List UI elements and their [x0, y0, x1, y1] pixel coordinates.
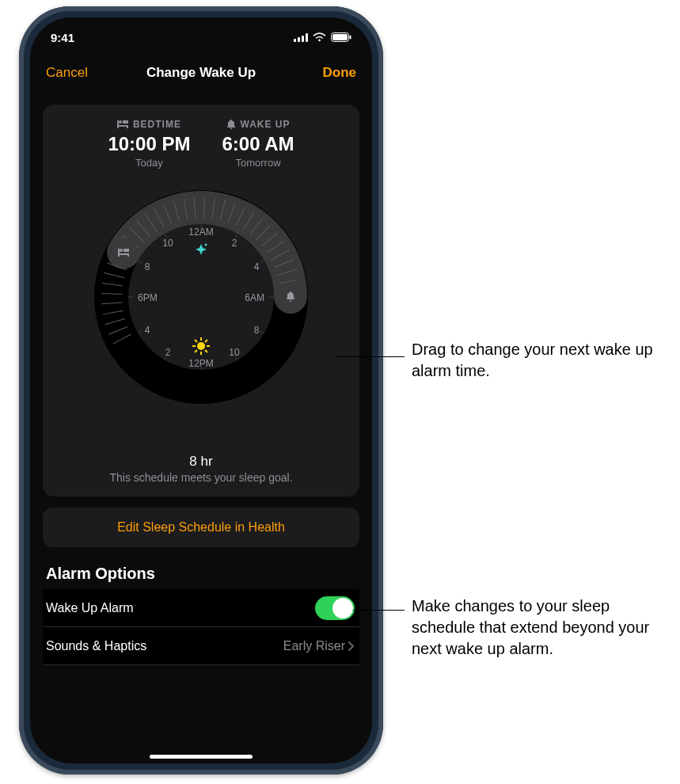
svg-point-54: [197, 342, 205, 350]
wakeup-label: WAKE UP: [241, 119, 291, 130]
wake-up-alarm-row: Wake Up Alarm: [43, 589, 359, 627]
schedule-card: BEDTIME 10:00 PM Today WAKE UP 6:00 AM T…: [43, 105, 359, 497]
alarm-options-header: Alarm Options: [46, 565, 356, 583]
wakeup-block: WAKE UP 6:00 AM Tomorrow: [222, 119, 294, 169]
svg-text:6PM: 6PM: [138, 292, 158, 303]
svg-text:2: 2: [232, 238, 237, 249]
svg-text:8: 8: [254, 325, 260, 336]
sun-icon: [192, 337, 210, 355]
edit-sleep-health-button[interactable]: Edit Sleep Schedule in Health: [43, 508, 359, 547]
callout-2: Make changes to your sleep schedule that…: [412, 596, 665, 660]
svg-text:2: 2: [165, 347, 171, 358]
sounds-haptics-label: Sounds & Haptics: [46, 639, 146, 653]
bedtime-time: 10:00 PM: [108, 133, 190, 155]
goal-subtext: This schedule meets your sleep goal.: [54, 471, 348, 484]
battery-icon: [331, 32, 351, 42]
svg-rect-2: [350, 36, 351, 40]
wakeup-day: Tomorrow: [222, 157, 294, 169]
sounds-haptics-value: Early Riser: [283, 639, 345, 653]
status-bar: 9:41: [30, 17, 372, 52]
svg-point-39: [109, 238, 138, 267]
sleep-dial[interactable]: 12AM 6AM 12PM 6PM 2 4 8 10 2 4 8 10: [82, 178, 320, 416]
edit-sleep-health-label: Edit Sleep Schedule in Health: [117, 520, 285, 535]
bedtime-handle: [109, 238, 138, 267]
nav-bar: Cancel Change Wake Up Done: [30, 52, 372, 93]
cancel-button[interactable]: Cancel: [46, 65, 101, 81]
screen: 9:41 Cancel Change Wake Up Done: [30, 17, 372, 763]
svg-rect-1: [332, 34, 348, 40]
iphone-frame: 9:41 Cancel Change Wake Up Done: [19, 6, 383, 774]
svg-text:6AM: 6AM: [245, 292, 264, 303]
sounds-haptics-row[interactable]: Sounds & Haptics Early Riser: [43, 627, 359, 665]
svg-text:10: 10: [229, 347, 240, 358]
home-indicator[interactable]: [150, 755, 253, 759]
bed-icon: [117, 120, 128, 128]
wakeup-handle: [276, 283, 305, 311]
svg-text:8: 8: [145, 261, 150, 272]
goal-hours: 8 hr: [54, 454, 348, 470]
svg-text:4: 4: [254, 261, 260, 272]
wake-up-alarm-label: Wake Up Alarm: [46, 601, 134, 615]
svg-text:10: 10: [162, 238, 173, 249]
goal-block: 8 hr This schedule meets your sleep goal…: [54, 454, 348, 484]
bedtime-label: BEDTIME: [133, 119, 181, 130]
wakeup-time: 6:00 AM: [222, 133, 294, 155]
callout-1: Drag to change your next wake up alarm t…: [412, 339, 665, 382]
callout-leader-2: [353, 610, 405, 611]
wake-up-alarm-toggle[interactable]: [315, 596, 355, 620]
chevron-right-icon: [348, 641, 355, 651]
status-time: 9:41: [51, 31, 74, 44]
bedtime-day: Today: [108, 157, 190, 169]
nav-title: Change Wake Up: [146, 65, 256, 81]
svg-text:4: 4: [145, 325, 150, 336]
wifi-icon: [313, 32, 326, 42]
svg-point-53: [205, 244, 207, 246]
bell-icon: [226, 120, 236, 129]
time-header: BEDTIME 10:00 PM Today WAKE UP 6:00 AM T…: [54, 119, 348, 169]
done-button[interactable]: Done: [301, 65, 356, 81]
bedtime-block: BEDTIME 10:00 PM Today: [108, 119, 190, 169]
cellular-icon: [294, 33, 308, 42]
callout-leader-1: [336, 356, 405, 357]
status-right: [294, 32, 351, 42]
